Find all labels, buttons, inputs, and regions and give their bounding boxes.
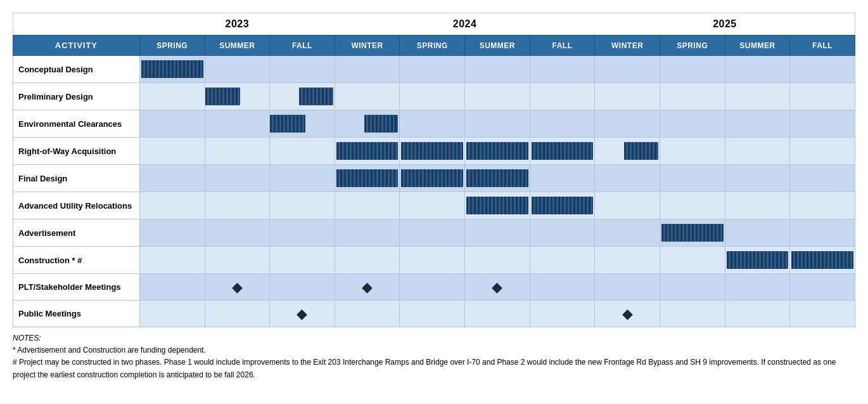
gantt-cell: [660, 138, 725, 165]
gantt-cell: [595, 165, 660, 192]
table-row: Final Design: [13, 165, 855, 192]
gantt-cell: [790, 301, 855, 327]
gantt-cell: [465, 56, 530, 83]
season-2024-fall: FALL: [530, 36, 595, 56]
gantt-cell: [595, 301, 660, 327]
gantt-cell: [139, 83, 205, 110]
year-2023: 2023: [139, 13, 335, 36]
gantt-cell: [139, 274, 205, 301]
gantt-cell: [400, 247, 465, 274]
gantt-cell: [725, 83, 790, 110]
season-2024-summer: SUMMER: [465, 36, 530, 56]
gantt-cell: [270, 301, 335, 327]
gantt-cell: [335, 274, 400, 301]
gantt-cell: [530, 138, 595, 165]
notes-title: NOTES:: [13, 334, 41, 342]
gantt-cell: [790, 110, 855, 138]
gantt-bar: [466, 169, 528, 187]
gantt-cell: [270, 110, 335, 138]
gantt-cell: [335, 165, 400, 192]
season-2024-winter: WINTER: [335, 36, 400, 56]
gantt-cell: [790, 165, 855, 192]
gantt-cell: [205, 165, 270, 192]
gantt-bar: [532, 197, 594, 214]
notes-line: # Project may be constructed in two phas…: [13, 356, 855, 381]
gantt-cell: [790, 83, 855, 110]
gantt-cell: [465, 219, 530, 247]
gantt-cell: [400, 83, 465, 110]
gantt-bar: [791, 251, 853, 269]
gantt-cell: [139, 192, 205, 219]
gantt-cell: [790, 219, 855, 247]
diamond-marker: [465, 274, 530, 300]
diamond-marker: [335, 274, 400, 300]
diamond-marker: [205, 274, 270, 300]
gantt-cell: [465, 83, 530, 110]
gantt-cell: [400, 219, 465, 247]
gantt-cell: [790, 56, 855, 83]
gantt-cell: [335, 219, 400, 247]
gantt-cell: [660, 247, 725, 274]
gantt-cell: [205, 192, 270, 219]
activity-label: Environmental Clearances: [13, 110, 140, 138]
gantt-cell: [400, 165, 465, 192]
gantt-cell: [139, 301, 205, 327]
activity-label: Advertisement: [13, 219, 140, 247]
gantt-cell: [400, 192, 465, 219]
diamond-marker: [270, 301, 335, 327]
gantt-cell: [530, 165, 595, 192]
gantt-cell: [595, 219, 660, 247]
gantt-cell: [205, 56, 270, 83]
gantt-cell: [465, 247, 530, 274]
gantt-cell: [139, 138, 205, 165]
gantt-cell: [139, 110, 205, 138]
gantt-cell: [595, 138, 660, 165]
gantt-chart: 2023 2024 2025 ACTIVITY SPRING SUMMER FA…: [13, 13, 855, 381]
gantt-bar: [336, 169, 399, 187]
table-row: PLT/Stakeholder Meetings: [13, 274, 855, 301]
gantt-cell: [465, 274, 530, 301]
gantt-cell: [725, 165, 790, 192]
year-2024: 2024: [335, 13, 595, 36]
gantt-cell: [530, 219, 595, 247]
gantt-bar: [727, 251, 789, 269]
gantt-cell: [270, 83, 335, 110]
season-2024-spring: SPRING: [400, 36, 465, 56]
gantt-bar: [336, 142, 399, 160]
gantt-cell: [725, 192, 790, 219]
table-row: Public Meetings: [13, 301, 855, 327]
gantt-cell: [465, 192, 530, 219]
activity-label: Conceptual Design: [13, 56, 140, 83]
gantt-cell: [725, 110, 790, 138]
table-row: Right-of-Way Acquisition: [13, 138, 855, 165]
notes-section: NOTES: * Advertisement and Construction …: [13, 332, 855, 381]
gantt-cell: [270, 219, 335, 247]
gantt-bar: [466, 142, 528, 160]
gantt-cell: [400, 301, 465, 327]
season-2025-winter: WINTER: [595, 36, 660, 56]
gantt-cell: [595, 83, 660, 110]
gantt-cell: [335, 83, 400, 110]
gantt-cell: [790, 192, 855, 219]
gantt-cell: [725, 247, 790, 274]
gantt-cell: [335, 110, 400, 138]
gantt-cell: [465, 301, 530, 327]
activity-label: Advanced Utility Relocations: [13, 192, 140, 219]
notes-line: * Advertisement and Construction are fun…: [13, 344, 855, 356]
gantt-cell: [465, 110, 530, 138]
schedule-table: 2023 2024 2025 ACTIVITY SPRING SUMMER FA…: [13, 13, 855, 327]
table-row: Environmental Clearances: [13, 110, 855, 138]
gantt-bar: [661, 224, 724, 242]
gantt-cell: [530, 247, 595, 274]
gantt-cell: [660, 219, 725, 247]
activity-label: Preliminary Design: [13, 83, 140, 110]
gantt-cell: [530, 83, 595, 110]
gantt-cell: [205, 247, 270, 274]
gantt-bar: [205, 88, 241, 105]
gantt-bar: [364, 115, 399, 133]
gantt-bar: [532, 142, 594, 160]
gantt-cell: [205, 110, 270, 138]
gantt-cell: [595, 56, 660, 83]
gantt-cell: [270, 56, 335, 83]
gantt-cell: [270, 165, 335, 192]
